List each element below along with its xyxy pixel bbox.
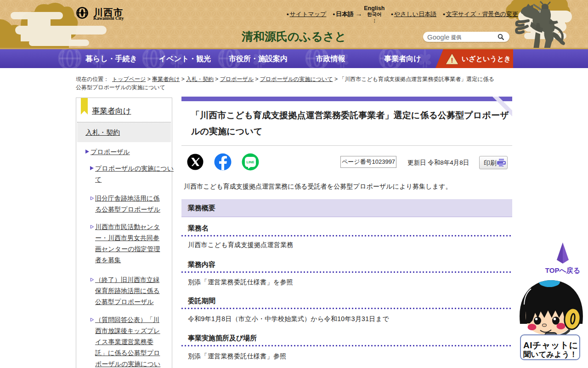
svg-text:!: ! xyxy=(451,56,453,64)
svg-text:LINE: LINE xyxy=(246,160,254,164)
svg-text:Kawanishi City: Kawanishi City xyxy=(93,16,124,21)
